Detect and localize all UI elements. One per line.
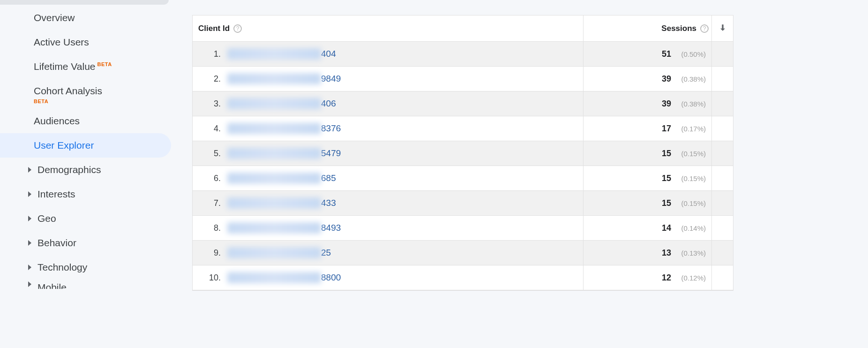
sort-descending-button[interactable] bbox=[712, 15, 733, 41]
arrow-down-icon bbox=[718, 23, 727, 34]
client-id-redacted bbox=[227, 197, 321, 209]
table-row: 5.547915(0.15%) bbox=[193, 141, 733, 166]
client-id-link[interactable]: 25 bbox=[321, 248, 331, 258]
cell-client-id: 2.9849 bbox=[193, 67, 583, 91]
client-id-link[interactable]: 8493 bbox=[321, 223, 341, 233]
cell-sessions: 12(0.12%) bbox=[583, 265, 712, 290]
sidebar-item-audiences[interactable]: Audiences bbox=[0, 109, 173, 133]
row-number: 4. bbox=[202, 124, 221, 134]
sidebar-item-label: User Explorer bbox=[34, 140, 94, 151]
sidebar-item-geo[interactable]: Geo bbox=[0, 206, 173, 231]
table-row: 4.837617(0.17%) bbox=[193, 116, 733, 141]
row-number: 10. bbox=[202, 273, 221, 283]
table-body: 1.40451(0.50%)2.984939(0.38%)3.40639(0.3… bbox=[193, 42, 733, 290]
client-id-link[interactable]: 404 bbox=[321, 49, 336, 59]
row-number: 7. bbox=[202, 198, 221, 208]
sessions-value: 15 bbox=[662, 198, 671, 208]
cell-spacer bbox=[712, 67, 733, 91]
client-id-link[interactable]: 433 bbox=[321, 198, 336, 208]
sessions-value: 15 bbox=[662, 174, 671, 183]
cell-sessions: 15(0.15%) bbox=[583, 141, 712, 166]
client-id-link[interactable]: 8376 bbox=[321, 123, 341, 134]
client-id-link[interactable]: 8800 bbox=[321, 272, 341, 283]
sessions-value: 12 bbox=[662, 273, 671, 283]
help-icon[interactable]: ? bbox=[700, 24, 709, 33]
caret-right-icon bbox=[28, 216, 31, 221]
client-id-link[interactable]: 9849 bbox=[321, 74, 341, 84]
sessions-value: 14 bbox=[662, 223, 671, 233]
client-id-redacted bbox=[227, 73, 321, 84]
cell-sessions: 51(0.50%) bbox=[583, 42, 712, 66]
column-header-client-id-label: Client Id bbox=[198, 24, 230, 33]
table-row: 3.40639(0.38%) bbox=[193, 91, 733, 116]
cell-sessions: 17(0.17%) bbox=[583, 116, 712, 141]
cell-client-id: 10.8800 bbox=[193, 265, 583, 290]
sidebar-item-technology[interactable]: Technology bbox=[0, 255, 173, 280]
caret-right-icon bbox=[28, 281, 31, 287]
client-id-redacted bbox=[227, 173, 321, 184]
client-id-redacted bbox=[227, 98, 321, 109]
cell-sessions: 13(0.13%) bbox=[583, 241, 712, 265]
sidebar-item-user-explorer[interactable]: User Explorer bbox=[0, 133, 171, 158]
row-number: 9. bbox=[202, 248, 221, 258]
sessions-value: 17 bbox=[662, 124, 671, 134]
table-row: 7.43315(0.15%) bbox=[193, 191, 733, 216]
client-id-redacted bbox=[227, 272, 321, 283]
row-number: 3. bbox=[202, 99, 221, 109]
sidebar-item-behavior[interactable]: Behavior bbox=[0, 231, 173, 255]
cell-spacer bbox=[712, 42, 733, 66]
column-header-sessions[interactable]: Sessions ? bbox=[583, 15, 712, 41]
sessions-percent: (0.14%) bbox=[677, 224, 706, 232]
row-number: 6. bbox=[202, 174, 221, 183]
cell-client-id: 3.406 bbox=[193, 91, 583, 116]
cell-sessions: 39(0.38%) bbox=[583, 91, 712, 116]
sidebar-item-label: Audiences bbox=[34, 115, 80, 127]
sessions-percent: (0.12%) bbox=[677, 274, 706, 282]
client-id-redacted bbox=[227, 247, 321, 258]
sessions-percent: (0.15%) bbox=[677, 150, 706, 158]
caret-right-icon bbox=[28, 240, 31, 246]
cell-sessions: 39(0.38%) bbox=[583, 67, 712, 91]
client-id-redacted bbox=[227, 48, 321, 60]
cell-client-id: 1.404 bbox=[193, 42, 583, 66]
sidebar-item-cohort-analysis[interactable]: Cohort AnalysisBETA bbox=[0, 79, 173, 109]
cell-spacer bbox=[712, 191, 733, 215]
sidebar-item-active-users[interactable]: Active Users bbox=[0, 30, 173, 54]
help-icon[interactable]: ? bbox=[233, 24, 242, 33]
cell-spacer bbox=[712, 216, 733, 240]
cell-client-id: 9.25 bbox=[193, 241, 583, 265]
sessions-value: 39 bbox=[662, 74, 671, 84]
client-id-redacted bbox=[227, 123, 321, 134]
sidebar-item-label: Cohort Analysis bbox=[34, 85, 102, 97]
sidebar-item-label: Technology bbox=[37, 262, 87, 273]
cell-spacer bbox=[712, 265, 733, 290]
sidebar-item-interests[interactable]: Interests bbox=[0, 182, 173, 206]
table-row: 10.880012(0.12%) bbox=[193, 265, 733, 290]
client-id-link[interactable]: 5479 bbox=[321, 148, 341, 159]
table-row: 8.849314(0.14%) bbox=[193, 216, 733, 241]
main-content: Client Id ? Sessions ? 1.40451(0.50%)2.9… bbox=[173, 0, 868, 348]
sidebar-item-label: Overview bbox=[34, 12, 75, 23]
sidebar-item-mobile[interactable]: Mobile bbox=[0, 280, 173, 289]
table-row: 1.40451(0.50%) bbox=[193, 42, 733, 67]
sidebar-item-demographics[interactable]: Demographics bbox=[0, 158, 173, 182]
column-header-sessions-label: Sessions bbox=[661, 24, 696, 33]
cell-sessions: 15(0.15%) bbox=[583, 166, 712, 190]
row-number: 8. bbox=[202, 223, 221, 233]
table-header-row: Client Id ? Sessions ? bbox=[193, 15, 733, 42]
sidebar-item-lifetime-value[interactable]: Lifetime ValueBETA bbox=[0, 54, 173, 79]
table-row: 6.68515(0.15%) bbox=[193, 166, 733, 191]
sidebar-item-overview[interactable]: Overview bbox=[0, 0, 173, 30]
cell-sessions: 14(0.14%) bbox=[583, 216, 712, 240]
client-id-link[interactable]: 406 bbox=[321, 98, 336, 109]
cell-client-id: 8.8493 bbox=[193, 216, 583, 240]
row-number: 2. bbox=[202, 74, 221, 84]
cell-spacer bbox=[712, 166, 733, 190]
beta-badge: BETA bbox=[97, 61, 112, 67]
cell-client-id: 5.5479 bbox=[193, 141, 583, 166]
sidebar-item-label: Mobile bbox=[37, 282, 67, 289]
column-header-client-id[interactable]: Client Id ? bbox=[193, 24, 583, 33]
client-id-link[interactable]: 685 bbox=[321, 173, 336, 183]
cell-spacer bbox=[712, 116, 733, 141]
sessions-value: 51 bbox=[662, 49, 671, 59]
